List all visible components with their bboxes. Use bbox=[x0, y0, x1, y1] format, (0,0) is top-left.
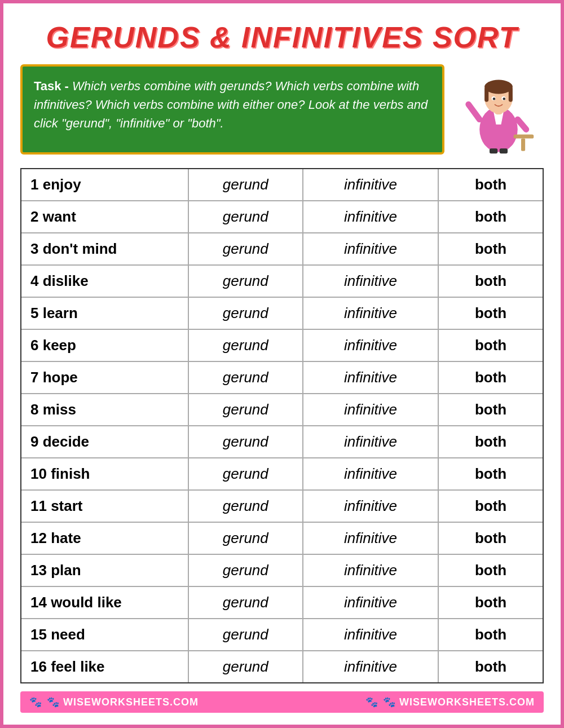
page-title: GERUNDS & INFINITIVES SORT bbox=[20, 20, 544, 54]
infinitive-cell[interactable]: infinitive bbox=[303, 329, 438, 361]
infinitive-cell[interactable]: infinitive bbox=[303, 169, 438, 201]
both-cell[interactable]: both bbox=[438, 201, 543, 233]
verb-number-name: 6 keep bbox=[21, 329, 188, 361]
table-row: 16 feel likegerundinfinitiveboth bbox=[21, 651, 543, 682]
svg-rect-14 bbox=[521, 139, 525, 151]
both-cell[interactable]: both bbox=[438, 619, 543, 651]
gerund-cell[interactable]: gerund bbox=[188, 265, 303, 297]
infinitive-cell[interactable]: infinitive bbox=[303, 233, 438, 265]
table-row: 9 decidegerundinfinitiveboth bbox=[21, 426, 543, 458]
verb-number-name: 11 start bbox=[21, 490, 188, 522]
gerund-cell[interactable]: gerund bbox=[188, 329, 303, 361]
gerund-cell[interactable]: gerund bbox=[188, 490, 303, 522]
svg-rect-13 bbox=[514, 134, 534, 138]
svg-line-12 bbox=[518, 120, 526, 130]
footer-left: 🐾 🐾 WISEWORKSHEETS.COM bbox=[29, 696, 199, 708]
svg-rect-16 bbox=[500, 148, 508, 153]
gerund-cell[interactable]: gerund bbox=[188, 233, 303, 265]
gerund-cell[interactable]: gerund bbox=[188, 426, 303, 458]
infinitive-cell[interactable]: infinitive bbox=[303, 297, 438, 329]
verb-number-name: 14 would like bbox=[21, 586, 188, 619]
verb-number-name: 12 hate bbox=[21, 522, 188, 554]
infinitive-cell[interactable]: infinitive bbox=[303, 586, 438, 619]
both-cell[interactable]: both bbox=[438, 361, 543, 394]
verb-number-name: 13 plan bbox=[21, 554, 188, 586]
footer: 🐾 🐾 WISEWORKSHEETS.COM 🐾 🐾 WISEWORKSHEET… bbox=[20, 691, 544, 713]
verb-number-name: 16 feel like bbox=[21, 651, 188, 682]
gerund-cell[interactable]: gerund bbox=[188, 361, 303, 394]
table-row: 15 needgerundinfinitiveboth bbox=[21, 619, 543, 651]
table-row: 2 wantgerundinfinitiveboth bbox=[21, 201, 543, 233]
page: GERUNDS & INFINITIVES SORT Task - Which … bbox=[0, 0, 564, 728]
table-row: 4 dislikegerundinfinitiveboth bbox=[21, 265, 543, 297]
gerund-cell[interactable]: gerund bbox=[188, 619, 303, 651]
verb-number-name: 15 need bbox=[21, 619, 188, 651]
teacher-image bbox=[453, 64, 544, 155]
infinitive-cell[interactable]: infinitive bbox=[303, 394, 438, 426]
both-cell[interactable]: both bbox=[438, 554, 543, 586]
task-box: Task - Which verbs combine with gerunds?… bbox=[20, 64, 444, 155]
table-row: 3 don't mindgerundinfinitiveboth bbox=[21, 233, 543, 265]
infinitive-cell[interactable]: infinitive bbox=[303, 458, 438, 490]
task-text: Which verbs combine with gerunds? Which … bbox=[34, 79, 428, 130]
both-cell[interactable]: both bbox=[438, 394, 543, 426]
footer-right-icon: 🐾 bbox=[365, 696, 378, 708]
verb-number-name: 2 want bbox=[21, 201, 188, 233]
both-cell[interactable]: both bbox=[438, 586, 543, 619]
verb-number-name: 10 finish bbox=[21, 458, 188, 490]
infinitive-cell[interactable]: infinitive bbox=[303, 554, 438, 586]
both-cell[interactable]: both bbox=[438, 265, 543, 297]
table-row: 7 hopegerundinfinitiveboth bbox=[21, 361, 543, 394]
infinitive-cell[interactable]: infinitive bbox=[303, 522, 438, 554]
infinitive-cell[interactable]: infinitive bbox=[303, 619, 438, 651]
infinitive-cell[interactable]: infinitive bbox=[303, 361, 438, 394]
gerund-cell[interactable]: gerund bbox=[188, 201, 303, 233]
teacher-svg bbox=[459, 64, 538, 155]
infinitive-cell[interactable]: infinitive bbox=[303, 426, 438, 458]
both-cell[interactable]: both bbox=[438, 651, 543, 682]
both-cell[interactable]: both bbox=[438, 169, 543, 201]
verb-number-name: 4 dislike bbox=[21, 265, 188, 297]
task-section: Task - Which verbs combine with gerunds?… bbox=[20, 64, 544, 155]
both-cell[interactable]: both bbox=[438, 426, 543, 458]
svg-rect-6 bbox=[509, 87, 513, 102]
gerund-cell[interactable]: gerund bbox=[188, 651, 303, 682]
svg-line-11 bbox=[469, 104, 480, 120]
footer-left-icon: 🐾 bbox=[29, 696, 42, 708]
gerund-cell[interactable]: gerund bbox=[188, 522, 303, 554]
gerund-cell[interactable]: gerund bbox=[188, 586, 303, 619]
infinitive-cell[interactable]: infinitive bbox=[303, 265, 438, 297]
table-row: 11 startgerundinfinitiveboth bbox=[21, 490, 543, 522]
verb-number-name: 7 hope bbox=[21, 361, 188, 394]
infinitive-cell[interactable]: infinitive bbox=[303, 490, 438, 522]
verb-number-name: 8 miss bbox=[21, 394, 188, 426]
gerund-cell[interactable]: gerund bbox=[188, 554, 303, 586]
footer-left-text: 🐾 WISEWORKSHEETS.COM bbox=[47, 696, 199, 708]
verb-number-name: 5 learn bbox=[21, 297, 188, 329]
both-cell[interactable]: both bbox=[438, 233, 543, 265]
verb-number-name: 9 decide bbox=[21, 426, 188, 458]
gerund-cell[interactable]: gerund bbox=[188, 297, 303, 329]
table-row: 8 missgerundinfinitiveboth bbox=[21, 394, 543, 426]
both-cell[interactable]: both bbox=[438, 297, 543, 329]
table-row: 12 hategerundinfinitiveboth bbox=[21, 522, 543, 554]
footer-right: 🐾 🐾 WISEWORKSHEETS.COM bbox=[365, 696, 535, 708]
table-row: 5 learngerundinfinitiveboth bbox=[21, 297, 543, 329]
svg-rect-15 bbox=[490, 148, 497, 153]
both-cell[interactable]: both bbox=[438, 522, 543, 554]
table-row: 1 enjoygerundinfinitiveboth bbox=[21, 169, 543, 201]
verb-number-name: 1 enjoy bbox=[21, 169, 188, 201]
gerund-cell[interactable]: gerund bbox=[188, 169, 303, 201]
verb-number-name: 3 don't mind bbox=[21, 233, 188, 265]
table-row: 10 finishgerundinfinitiveboth bbox=[21, 458, 543, 490]
both-cell[interactable]: both bbox=[438, 490, 543, 522]
table-row: 6 keepgerundinfinitiveboth bbox=[21, 329, 543, 361]
infinitive-cell[interactable]: infinitive bbox=[303, 201, 438, 233]
table-row: 14 would likegerundinfinitiveboth bbox=[21, 586, 543, 619]
gerund-cell[interactable]: gerund bbox=[188, 394, 303, 426]
both-cell[interactable]: both bbox=[438, 329, 543, 361]
infinitive-cell[interactable]: infinitive bbox=[303, 651, 438, 682]
table-row: 13 plangerundinfinitiveboth bbox=[21, 554, 543, 586]
both-cell[interactable]: both bbox=[438, 458, 543, 490]
gerund-cell[interactable]: gerund bbox=[188, 458, 303, 490]
